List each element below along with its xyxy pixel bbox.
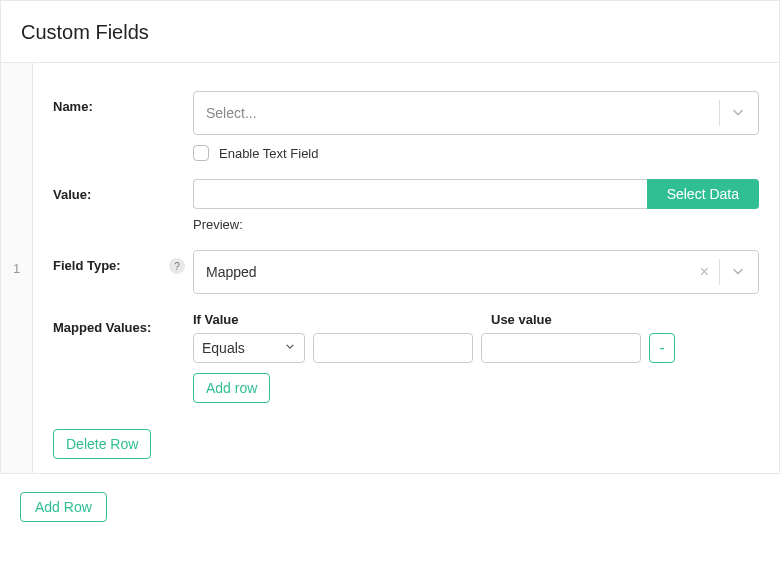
select-data-button[interactable]: Select Data [647, 179, 759, 209]
use-value-header: Use value [491, 312, 759, 327]
name-select-placeholder: Select... [206, 105, 257, 121]
if-value-input[interactable] [313, 333, 473, 363]
value-label: Value: [53, 187, 91, 202]
add-row-button[interactable]: Add Row [20, 492, 107, 522]
help-icon[interactable]: ? [169, 258, 185, 274]
mapped-values-label: Mapped Values: [53, 320, 151, 335]
chevron-down-icon [730, 105, 746, 121]
select-divider [719, 100, 720, 126]
name-select[interactable]: Select... [193, 91, 759, 135]
name-label: Name: [53, 99, 93, 114]
if-value-header: If Value [193, 312, 481, 327]
panel-header: Custom Fields [1, 1, 779, 62]
select-divider [719, 259, 720, 285]
add-mapped-row-button[interactable]: Add row [193, 373, 270, 403]
field-type-select[interactable]: Mapped × [193, 250, 759, 294]
panel-title: Custom Fields [21, 21, 759, 44]
condition-select[interactable]: Equals [193, 333, 305, 363]
chevron-down-icon [284, 340, 296, 356]
field-type-value: Mapped [206, 264, 257, 280]
delete-row-button[interactable]: Delete Row [53, 429, 151, 459]
value-input[interactable] [193, 179, 647, 209]
row-index: 1 [1, 63, 33, 473]
field-row: 1 Name: Select... E [1, 62, 779, 473]
preview-label: Preview: [193, 217, 759, 232]
remove-mapped-row-button[interactable]: - [649, 333, 675, 363]
clear-icon[interactable]: × [700, 264, 709, 280]
enable-text-checkbox[interactable] [193, 145, 209, 161]
use-value-input[interactable] [481, 333, 641, 363]
field-type-label: Field Type: [53, 258, 121, 273]
condition-value: Equals [202, 340, 245, 356]
enable-text-label: Enable Text Field [219, 146, 319, 161]
chevron-down-icon [730, 264, 746, 280]
